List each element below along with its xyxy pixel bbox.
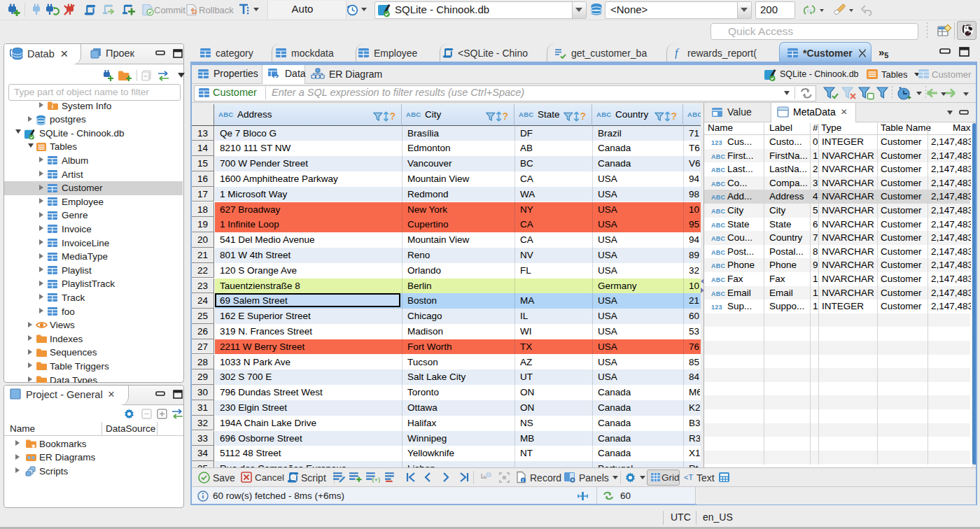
svg-text:(·): (·)	[807, 8, 811, 13]
svg-text:(+): (+)	[372, 476, 380, 483]
svg-text:f: f	[675, 47, 680, 59]
svg-text:<T: <T	[684, 473, 693, 481]
svg-text:i: i	[52, 103, 53, 110]
svg-text:i: i	[522, 477, 524, 484]
